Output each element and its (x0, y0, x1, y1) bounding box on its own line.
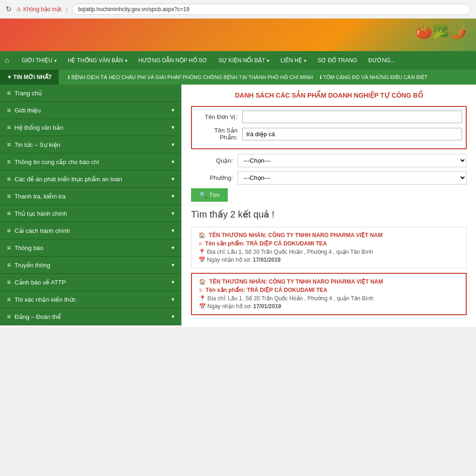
card-address-2: 📍 Địa chỉ: Lầu 1, Số 20 Trần Quốc Hoản ,… (199, 295, 459, 302)
label-quan: Quận: (191, 157, 233, 164)
card-product-1: ≡ Tên sản phẩm: TRÀ DIỆP CÁ DOKUDAMI TEA (198, 240, 459, 247)
nav-item-gioi-thieu[interactable]: GIỚI THIỆU ▾ (16, 51, 62, 70)
nav-item-huong-dan[interactable]: HƯỚNG DẪN NỘP HỒ SƠ (133, 51, 213, 70)
card-address-1: 📍 Địa chỉ: Lầu 1, Số 20 Trần Quốc Hoản ,… (198, 249, 459, 255)
chevron-down-icon: ▾ (172, 124, 174, 131)
sidebar-item-gioi-thieu[interactable]: ≡ Giới thiệu ▾ (0, 102, 181, 119)
sidebar-item-thong-bao[interactable]: ≡ Thông báo ▾ (0, 239, 181, 257)
list-icon: ≡ (7, 227, 11, 234)
chevron-down-icon: ▾ (172, 227, 174, 234)
card-product-2: ≡ Tên sản phẩm: TRÀ DIỆP CÁ DOKUDAMI TEA (199, 287, 459, 293)
select-quan[interactable]: ---Chọn--- (238, 154, 467, 167)
search-form: Tên Đơn Vị: Tên Sản Phẩm: Quận: ---Chọn-… (191, 106, 467, 202)
list-icon: ≡ (7, 192, 11, 200)
ticker-content: ℹ BỆNH DỊCH TẢ HEO CHÂU PHI VÀ GIẢI PHÁP… (59, 74, 436, 80)
header-banner: 🍅🥦🌶️ (0, 19, 476, 51)
nav-item-so-do[interactable]: SƠ ĐỒ TRANG (312, 51, 363, 70)
result-count: Tìm thấy 2 kết quả ! (191, 209, 467, 220)
chevron-down-icon: ▾ (172, 107, 174, 113)
list-icon: ≡ (7, 89, 11, 97)
calendar-icon: 📅 (199, 303, 206, 310)
card-date-1: 📅 Ngày nhận hồ sơ: 17/01/2019 (198, 257, 459, 263)
list-icon: ≡ (7, 106, 11, 114)
nav-item-su-kien[interactable]: SỰ KIỆN NỔI BẬT ▾ (213, 51, 275, 70)
sidebar-item-truyen-thong[interactable]: ≡ Truyền thông ▾ (0, 257, 181, 274)
sidebar-item-thanh-tra[interactable]: ≡ Thanh tra, kiểm tra ▾ (0, 188, 181, 205)
sidebar-item-cai-cach-hanh-chinh[interactable]: ≡ Cải cách hành chính ▾ (0, 222, 181, 239)
label-san-pham: Tên Sản Phẩm: (196, 127, 238, 141)
chevron-down-icon: ▾ (54, 58, 57, 63)
sidebar-item-he-thong-van-ban[interactable]: ≡ Hệ thống văn bản ▾ (0, 119, 181, 136)
house-icon: 🏠 (199, 278, 206, 285)
page-wrapper: 🍅🥦🌶️ ⌂ GIỚI THIỆU ▾ HỆ THỐNG VĂN BẢN ▾ H… (0, 19, 476, 327)
form-row-san-pham: Tên Sản Phẩm: (196, 127, 462, 141)
content-area: DANH SÁCH CÁC SẢN PHẨM DOANH NGHIỆP TỰ C… (181, 85, 476, 327)
form-row-quan: Quận: ---Chọn--- (191, 154, 467, 167)
location-icon: 📍 (199, 295, 206, 302)
card-merchant-1: 🏠 TÊN THƯƠNG NHÂN: CÔNG TY TNHH NARO PHA… (198, 232, 459, 238)
chevron-down-icon: ▾ (172, 279, 174, 285)
nav-home-icon[interactable]: ⌂ (5, 56, 9, 65)
label-don-vi: Tên Đơn Vị: (196, 113, 238, 120)
label-phuong: Phường: (191, 174, 233, 181)
chevron-down-icon: ▾ (172, 313, 174, 320)
list-icon: ≡ (7, 244, 11, 251)
url-bar[interactable]: bqlattp.hochiminhcity.gov.vn/spcb.aspx?c… (72, 4, 470, 15)
result-card-2[interactable]: 🏠 TÊN THƯƠNG NHÂN: CÔNG TY TNHH NARO PHA… (191, 273, 467, 315)
list-icon: ≡ (7, 158, 11, 165)
browser-bar: ↻ Không bảo mật | bqlattp.hochiminhcity.… (0, 0, 476, 19)
sidebar: ≡ Trang chủ ≡ Giới thiệu ▾ ≡ Hệ thống vă… (0, 85, 181, 327)
chevron-down-icon: ▾ (267, 58, 269, 63)
chevron-down-icon: ▾ (172, 245, 174, 251)
url-separator: | (66, 6, 67, 13)
list-icon: ≡ (7, 175, 11, 183)
input-san-pham[interactable] (242, 128, 462, 140)
sidebar-item-tin-tuc[interactable]: ≡ Tin tức – Sự kiện ▾ (0, 136, 181, 153)
sidebar-item-de-an[interactable]: ≡ Các đề án phát triển thực phẩm an toàn… (0, 171, 181, 188)
sidebar-item-canh-bao-attp[interactable]: ≡ Cảnh báo về ATTP ▾ (0, 274, 181, 291)
chevron-down-icon: ▾ (172, 193, 174, 199)
card-merchant-2: 🏠 TÊN THƯƠNG NHÂN: CÔNG TY TNHH NARO PHA… (199, 278, 459, 285)
chevron-down-icon: ▾ (172, 159, 174, 165)
sidebar-item-dang-doan-the[interactable]: ≡ Đảng – Đoàn thể ▾ (0, 308, 181, 325)
reload-button[interactable]: ↻ (6, 5, 12, 13)
chevron-down-icon: ▾ (125, 58, 127, 63)
search-button[interactable]: 🔍 Tìm (191, 188, 228, 202)
select-phuong[interactable]: ---Chọn--- (238, 171, 467, 185)
chevron-down-icon: ▾ (172, 141, 174, 148)
chevron-down-icon: ▾ (172, 210, 174, 217)
main-layout: ≡ Trang chủ ≡ Giới thiệu ▾ ≡ Hệ thống vă… (0, 85, 476, 327)
card-date-2: 📅 Ngày nhận hồ sơ: 17/01/2019 (199, 303, 459, 310)
section-title: DANH SÁCH CÁC SẢN PHẨM DOANH NGHIỆP TỰ C… (191, 92, 467, 99)
result-card-1[interactable]: 🏠 TÊN THƯƠNG NHÂN: CÔNG TY TNHH NARO PHA… (191, 227, 467, 268)
house-icon: 🏠 (198, 232, 205, 238)
sidebar-item-thi-xac-nhan[interactable]: ≡ Thi xác nhận kiến thức ▾ (0, 291, 181, 308)
list-icon: ≡ (7, 210, 11, 217)
chevron-down-icon: ▾ (172, 262, 174, 268)
chevron-down-icon: ▾ (304, 58, 306, 63)
location-icon: 📍 (198, 249, 205, 255)
nav-item-duong[interactable]: ĐƯỜNG... (363, 51, 401, 70)
list-icon: ≡ (7, 296, 11, 303)
news-ticker: ✦ TIN MỚI NHẤT ℹ BỆNH DỊCH TẢ HEO CHÂU P… (0, 70, 476, 85)
nav-bar: ⌂ GIỚI THIỆU ▾ HỆ THỐNG VĂN BẢN ▾ HƯỚNG … (0, 51, 476, 70)
chevron-down-icon: ▾ (172, 296, 174, 303)
nav-item-lien-he[interactable]: LIÊN HỆ ▾ (275, 51, 312, 70)
form-row-phuong: Phường: ---Chọn--- (191, 171, 467, 185)
list-icon: ≡ (7, 141, 11, 148)
calendar-icon: 📅 (198, 257, 205, 263)
input-don-vi[interactable] (242, 111, 462, 123)
list-icon: ≡ (7, 278, 11, 286)
chevron-down-icon: ▾ (172, 176, 174, 182)
form-row-don-vi: Tên Đơn Vị: (196, 111, 462, 123)
sidebar-item-trang-chu[interactable]: ≡ Trang chủ (0, 85, 181, 102)
sidebar-item-thong-tin-bao-chi[interactable]: ≡ Thông tin cung cấp cho báo chí ▾ (0, 153, 181, 171)
list-icon: ≡ (199, 287, 202, 293)
list-icon: ≡ (7, 124, 11, 131)
ticker-label: ✦ TIN MỚI NHẤT (0, 70, 59, 85)
search-icon: 🔍 (199, 192, 207, 198)
sidebar-item-thu-tuc-hanh-chinh[interactable]: ≡ Thủ tục hành chính ▾ (0, 205, 181, 222)
nav-item-he-thong[interactable]: HỆ THỐNG VĂN BẢN ▾ (62, 51, 133, 70)
list-icon: ≡ (7, 261, 11, 269)
list-icon: ≡ (7, 313, 11, 320)
